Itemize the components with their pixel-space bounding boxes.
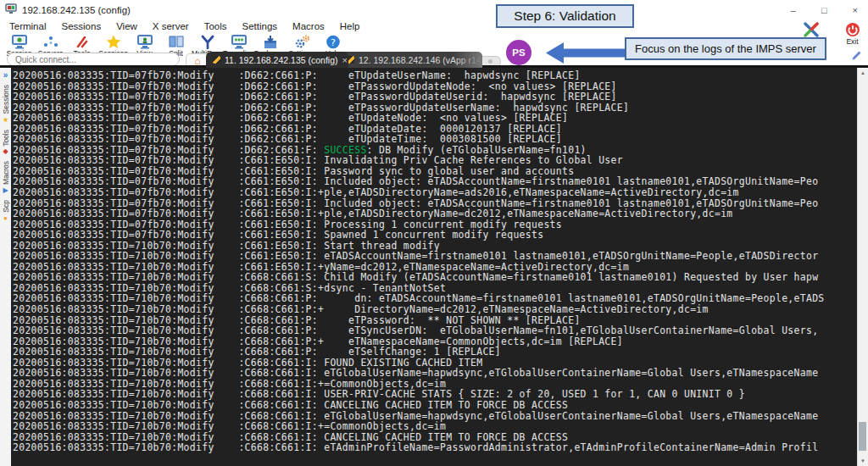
sidebar-tab-scp[interactable]: Scp● xyxy=(2,200,10,222)
terminal-line: 20200516:083335:TID=710b70:Modify :C668:… xyxy=(13,347,857,358)
menu-view[interactable]: View xyxy=(108,19,145,33)
terminal-line: 20200516:083335:TID=07fb70:Modify :C661:… xyxy=(13,208,857,219)
terminal-line: 20200516:083335:TID=710b70:Modify :C668:… xyxy=(13,325,857,336)
tab-close-icon[interactable]: × xyxy=(342,55,348,65)
tools-icon xyxy=(74,35,91,49)
scroll-up-icon[interactable]: ▲ xyxy=(858,68,868,78)
terminal-line: 20200516:083335:TID=710b70:Modify :C668:… xyxy=(13,304,857,315)
help-icon: ? xyxy=(325,35,342,49)
scrollbar[interactable]: ▲ ▼ xyxy=(857,68,868,466)
macros-icon: ▶ xyxy=(3,186,8,194)
quick-connect-input[interactable] xyxy=(7,53,180,66)
menu-help[interactable]: Help xyxy=(332,19,368,33)
sidebar-label: Tools xyxy=(2,130,10,147)
annotation-step-label: Step 6: Validation xyxy=(496,4,634,28)
terminal-line: 20200516:083335:TID=07fb70:Modify :C661:… xyxy=(13,187,857,198)
annotation-arrow-icon xyxy=(546,42,625,64)
scp-icon: ● xyxy=(3,214,8,222)
menu-bar: TerminalSessionsViewX serverToolsSetting… xyxy=(0,19,868,34)
user-avatar[interactable]: PS xyxy=(506,40,531,65)
tab-label: 12. 192.168.242.146 (vApp r14.1 config xyxy=(359,55,482,65)
terminal-log[interactable]: 20200516:083335:TID=07fb70:Modify :D662:… xyxy=(11,68,857,466)
terminal-tab-icon xyxy=(213,56,220,64)
app-icon xyxy=(5,3,17,18)
multiexec-icon xyxy=(199,35,216,49)
sessions-star-icon xyxy=(105,35,122,49)
tunneling-icon xyxy=(231,35,248,49)
toolbar-label: Exit xyxy=(846,37,858,46)
xserver-icon xyxy=(802,23,821,37)
expand-sidebar-icon[interactable]: » xyxy=(3,70,8,80)
toolbar-button-exit[interactable]: Exit xyxy=(837,23,868,46)
maximize-button[interactable]: □ xyxy=(821,5,827,15)
menu-settings[interactable]: Settings xyxy=(235,19,286,33)
left-sidebar: » Sessions★Tools◆Macros▶Scp● xyxy=(0,68,11,466)
terminal-line: 20200516:083335:TID=710b70:Modify :C668:… xyxy=(13,400,857,411)
tab-label: 11. 192.168.242.135 (config) xyxy=(225,55,338,65)
new-tab-dot-icon xyxy=(488,59,492,64)
settings-icon xyxy=(293,35,310,49)
window-title: 192.168.242.135 (config) xyxy=(22,5,131,15)
menu-x-server[interactable]: X server xyxy=(145,19,197,33)
terminal-line: 20200516:083335:TID=07fb70:Modify :D662:… xyxy=(13,70,857,81)
menu-terminal[interactable]: Terminal xyxy=(2,19,53,33)
sidebar-label: Sessions xyxy=(2,85,10,114)
terminal-line: 20200516:083335:TID=07fb70:Modify :C661:… xyxy=(13,230,857,241)
packages-icon xyxy=(262,35,279,49)
minimize-button[interactable]: – xyxy=(791,5,796,15)
session-tab-2[interactable]: 12. 192.168.242.146 (vApp r14.1 config xyxy=(340,52,482,68)
pencil-icon[interactable] xyxy=(851,49,862,64)
terminal-line: 20200516:083335:TID=710b70:Modify :C668:… xyxy=(13,442,857,453)
close-button[interactable]: × xyxy=(853,5,858,15)
sidebar-tab-macros[interactable]: Macros▶ xyxy=(2,161,10,194)
svg-text:?: ? xyxy=(331,37,336,48)
terminal-line: 20200516:083335:TID=07fb70:Modify :D662:… xyxy=(13,113,857,124)
menu-sessions[interactable]: Sessions xyxy=(53,19,108,33)
sidebar-label: Scp xyxy=(2,200,10,213)
sidebar-label: Macros xyxy=(2,161,10,185)
sidebar-tab-sessions[interactable]: Sessions★ xyxy=(2,85,10,124)
annotation-note-label: Focus on the logs of the IMPS server xyxy=(625,37,826,60)
scroll-down-icon[interactable]: ▼ xyxy=(858,456,868,466)
split-icon xyxy=(168,35,185,49)
terminal-line: 20200516:083335:TID=710b70:Modify :C668:… xyxy=(13,421,857,432)
menu-macros[interactable]: Macros xyxy=(285,19,332,33)
tools-side-icon: ◆ xyxy=(3,147,8,155)
menu-tools[interactable]: Tools xyxy=(197,19,235,33)
exit-icon xyxy=(844,23,861,37)
terminal-line: 20200516:083335:TID=710b70:Modify :C668:… xyxy=(13,368,857,379)
servers-icon xyxy=(42,35,59,49)
session-tab-1[interactable]: 11. 192.168.242.135 (config)× xyxy=(206,52,348,68)
title-bar: 192.168.242.135 (config) – □ × xyxy=(0,0,868,19)
scrollbar-thumb[interactable] xyxy=(859,422,866,451)
terminal-line: 20200516:083335:TID=07fb70:Modify :D662:… xyxy=(13,92,857,103)
view-icon xyxy=(136,35,153,49)
session-icon xyxy=(11,35,28,49)
sidebar-tab-tools[interactable]: Tools◆ xyxy=(2,130,10,156)
terminal-line: 20200516:083335:TID=710b70:Modify :C661:… xyxy=(13,251,857,262)
terminal-line: 20200516:083335:TID=07fb70:Modify :D662:… xyxy=(13,134,857,145)
star-icon: ★ xyxy=(3,116,8,124)
